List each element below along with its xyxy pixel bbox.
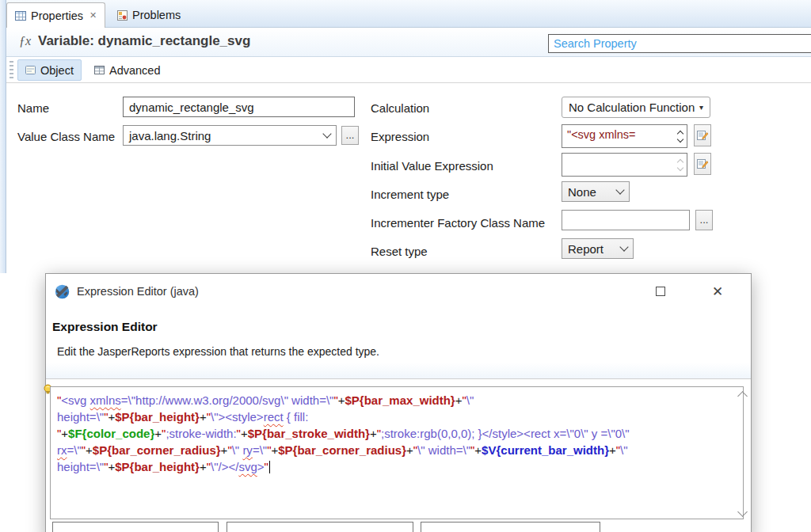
increment-type-combo[interactable]: None (562, 181, 630, 202)
drag-handle[interactable] (10, 61, 13, 79)
pencil-icon (697, 130, 709, 141)
divider (46, 378, 751, 379)
initial-value-field[interactable] (562, 153, 687, 177)
calculation-label: Calculation (371, 101, 429, 115)
advanced-table-icon (94, 66, 105, 74)
maximize-button[interactable] (649, 279, 672, 303)
editor-panel-box[interactable] (421, 522, 600, 532)
expression-edit-button[interactable] (694, 124, 711, 146)
view-tabbar: Properties ✕ Problems (6, 0, 811, 28)
chevron-down-icon (322, 129, 331, 138)
increment-type-value: None (568, 185, 596, 199)
subtab-label: Advanced (109, 64, 161, 77)
reset-type-label: Reset type (371, 245, 428, 258)
pencil-icon (697, 158, 709, 169)
dialog-description: Edit the JasperReports expression that r… (57, 345, 379, 358)
spinner-icon (676, 160, 684, 170)
value-class-combo[interactable]: java.lang.String (123, 125, 337, 146)
incrementer-factory-field[interactable] (562, 210, 690, 230)
view-left-edge (0, 0, 6, 273)
value-class-browse-button[interactable]: ... (341, 126, 359, 145)
search-input[interactable] (548, 34, 811, 53)
initial-value-edit-button[interactable] (694, 153, 711, 175)
incrementer-factory-browse-button[interactable]: ... (695, 210, 713, 230)
maximize-icon (656, 287, 665, 296)
properties-table-icon (15, 11, 26, 21)
problems-icon (117, 10, 128, 21)
reset-type-value: Report (568, 242, 603, 256)
page-title: Variable: dynamic_rectangle_svg (38, 33, 250, 49)
jaspersoft-logo-icon (55, 284, 70, 299)
fx-icon: ƒx (19, 34, 31, 48)
tab-object[interactable]: Object (17, 59, 82, 81)
dialog-title: Expression Editor (java) (77, 285, 199, 298)
chevron-down-icon (619, 242, 628, 251)
dialog-titlebar[interactable]: Expression Editor (java) (46, 274, 751, 309)
dialog-heading: Expression Editor (52, 320, 158, 334)
name-label: Name (17, 101, 49, 115)
dialog-header-gradient (46, 363, 751, 378)
dialog-close-button[interactable]: ✕ (706, 279, 729, 303)
text-caret (269, 461, 270, 473)
expression-code-editor[interactable]: "<svg xmlns=\"http://www.w3.org/2000/svg… (50, 386, 744, 519)
value-class-label: Value Class Name (17, 130, 115, 143)
expression-field[interactable]: "<svg xmlns= (562, 124, 687, 148)
increment-type-label: Increment type (371, 188, 449, 201)
expression-preview: "<svg xmlns= (567, 128, 636, 141)
close-icon[interactable]: ✕ (89, 10, 97, 21)
expression-code: "<svg xmlns=\"http://www.w3.org/2000/svg… (57, 392, 727, 475)
expression-editor-dialog: Expression Editor (java) ✕ Expression Ed… (45, 273, 752, 532)
incrementer-factory-label: Incrementer Factory Class Name (371, 216, 545, 230)
tab-problems[interactable]: Problems (109, 2, 188, 28)
spinner-icon[interactable] (676, 131, 684, 142)
view-header: ƒx Variable: dynamic_rectangle_svg (6, 28, 811, 57)
object-icon (25, 66, 36, 74)
tab-properties[interactable]: Properties ✕ (6, 2, 105, 28)
tab-label: Properties (31, 10, 83, 22)
value-class-value: java.lang.String (129, 129, 211, 142)
calculation-dropdown[interactable]: No Calculation Function ▾ (562, 97, 710, 118)
reset-type-combo[interactable]: Report (562, 238, 634, 259)
editor-panel-box[interactable] (227, 522, 413, 532)
name-field[interactable] (123, 97, 355, 117)
tab-advanced[interactable]: Advanced (87, 59, 168, 81)
tab-label: Problems (132, 9, 181, 21)
calculation-value: No Calculation Function (569, 101, 695, 114)
chevron-down-icon (615, 185, 624, 194)
expression-label: Expression (371, 130, 429, 143)
initial-value-label: Initial Value Expression (371, 159, 493, 173)
subtab-label: Object (40, 64, 74, 77)
editor-panel-box[interactable] (52, 522, 219, 532)
close-icon: ✕ (712, 283, 723, 300)
subtab-bar: Object Advanced (6, 57, 811, 83)
dropdown-triangle-icon: ▾ (699, 103, 703, 112)
